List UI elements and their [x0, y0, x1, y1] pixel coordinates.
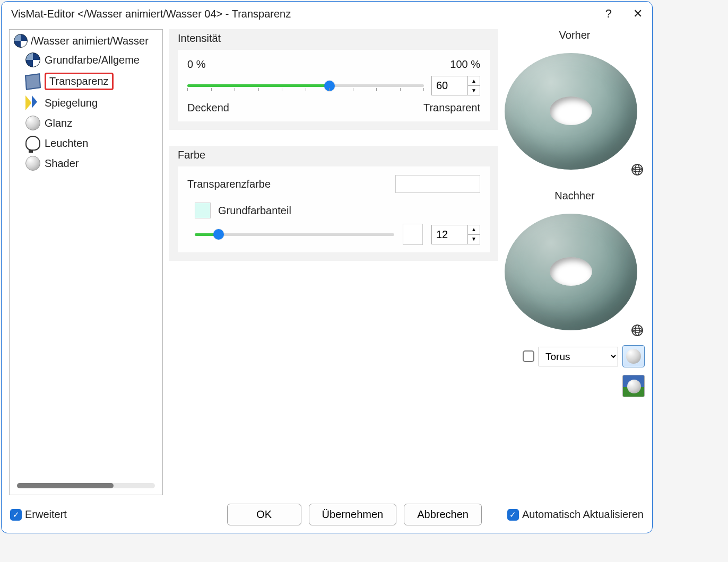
help-icon[interactable]: ? [605, 7, 612, 21]
intensity-max-label: 100 % [450, 58, 480, 71]
tree-item-label: Spiegelung [45, 97, 98, 109]
base-color-step-down[interactable]: ▼ [468, 234, 480, 244]
shape-checkbox[interactable] [523, 350, 534, 362]
tree-item-leuchten[interactable]: Leuchten [25, 133, 162, 153]
dialog-footer: ✓ Erweitert OK Übernehmen Abbrechen ✓ Au… [2, 498, 652, 533]
sphere-icon [627, 380, 641, 393]
cancel-button[interactable]: Abbrechen [404, 504, 482, 525]
tree-root-label: /Wasser animiert/Wasser [31, 35, 149, 47]
intensity-group-title: Intensität [178, 32, 490, 45]
intensity-input[interactable] [431, 76, 467, 95]
tree-item-label: Transparenz [45, 73, 114, 90]
color-group: Farbe Transparenzfarbe Grundfarbanteil [169, 146, 498, 261]
color-group-title: Farbe [178, 149, 490, 161]
base-color-swatch[interactable] [195, 203, 211, 218]
apply-button[interactable]: Übernehmen [309, 504, 397, 525]
tree-root[interactable]: /Wasser animiert/Wasser [10, 32, 162, 50]
intensity-left-end: Deckend [187, 102, 229, 114]
intensity-right-end: Transparent [423, 102, 480, 114]
sphere-icon [25, 116, 40, 130]
base-color-input[interactable] [431, 225, 467, 244]
base-color-share-label: Grundfarbanteil [218, 205, 291, 217]
preview-after-label: Nachher [554, 190, 595, 202]
tree-item-label: Grundfarbe/Allgeme [45, 54, 140, 66]
tree-item-glanz[interactable]: Glanz [25, 113, 162, 133]
erweitert-checkbox[interactable]: ✓ Erweitert [10, 508, 67, 521]
preview-before [505, 48, 637, 175]
intensity-min-label: 0 % [187, 58, 205, 71]
preview-scene-button[interactable] [622, 375, 645, 397]
window-title: VisMat-Editor </Wasser animiert/Wasser 0… [11, 8, 291, 20]
preview-column: Vorher Nachher [505, 29, 645, 495]
sphere-icon [626, 349, 641, 364]
tree-item-label: Leuchten [45, 137, 88, 150]
slider-thumb[interactable] [213, 229, 224, 240]
intensity-spinner[interactable]: ▲ ▼ [431, 76, 480, 95]
titlebar: VisMat-Editor </Wasser animiert/Wasser 0… [2, 2, 652, 24]
base-color-step-up[interactable]: ▲ [468, 225, 480, 234]
settings-main: Intensität 0 % 100 % [169, 29, 498, 495]
intensity-slider[interactable] [187, 80, 424, 92]
shape-select[interactable]: Torus [539, 347, 618, 366]
cube-icon [25, 73, 41, 90]
sphere-icon [25, 156, 40, 171]
preview-before-label: Vorher [559, 29, 591, 41]
tree-item-transparenz[interactable]: Transparenz [25, 70, 162, 93]
preview-shape-button[interactable] [622, 345, 645, 367]
preview-after [505, 208, 637, 336]
intensity-step-down[interactable]: ▼ [468, 85, 480, 95]
tree-item-label: Shader [45, 157, 79, 170]
pie-icon [14, 34, 28, 48]
tree-item-shader[interactable]: Shader [25, 153, 162, 173]
scrollbar-thumb[interactable] [17, 483, 114, 488]
bulb-icon [25, 136, 40, 151]
base-color-spinner[interactable]: ▲ ▼ [431, 225, 480, 244]
pie-icon [25, 52, 40, 67]
erweitert-label: Erweitert [25, 508, 67, 521]
tree-item-label: Glanz [45, 117, 72, 129]
intensity-step-up[interactable]: ▲ [468, 76, 480, 85]
mirror-icon [25, 95, 40, 110]
checkmark-icon: ✓ [507, 509, 519, 521]
close-icon[interactable]: ✕ [633, 7, 643, 21]
base-color-slider[interactable] [195, 228, 394, 241]
intensity-group: Intensität 0 % 100 % [169, 29, 498, 130]
tree-item-spiegelung[interactable]: Spiegelung [25, 93, 162, 113]
dialog-window: VisMat-Editor </Wasser animiert/Wasser 0… [1, 1, 653, 533]
tree-item-grundfarbe[interactable]: Grundfarbe/Allgeme [25, 50, 162, 70]
transparency-color-label: Transparenzfarbe [187, 178, 271, 190]
tree-horizontal-scrollbar[interactable] [17, 483, 155, 488]
base-color-field[interactable] [403, 224, 423, 245]
auto-update-label: Automatisch Aktualisieren [522, 508, 644, 521]
tree-panel: /Wasser animiert/Wasser Grundfarbe/Allge… [9, 29, 163, 495]
auto-update-checkbox[interactable]: ✓ Automatisch Aktualisieren [507, 508, 644, 521]
globe-icon[interactable] [631, 163, 644, 179]
globe-icon[interactable] [631, 324, 644, 340]
transparency-color-swatch[interactable] [395, 175, 480, 193]
checkmark-icon: ✓ [10, 509, 22, 521]
ok-button[interactable]: OK [227, 504, 301, 525]
